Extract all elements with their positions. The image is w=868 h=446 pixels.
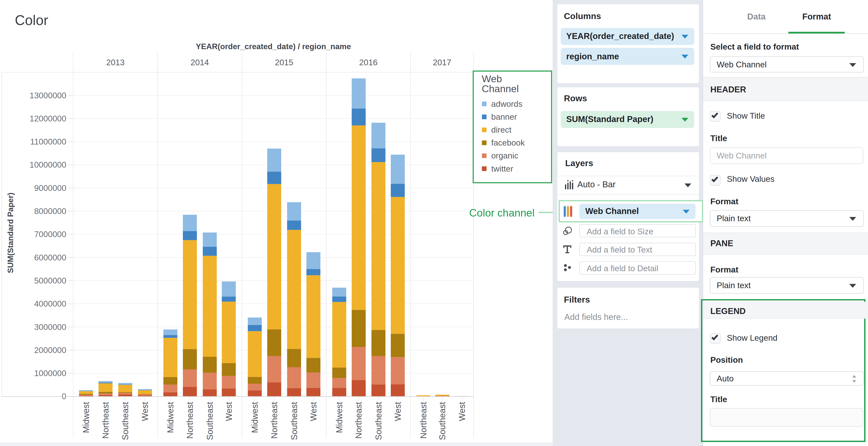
svg-text:West: West [140,402,150,421]
svg-text:organic: organic [491,151,518,160]
svg-text:13000000: 13000000 [29,91,66,100]
svg-text:SUM(Standard Paper): SUM(Standard Paper) [6,193,15,273]
svg-text:7000000: 7000000 [34,230,66,239]
svg-text:Northeast: Northeast [185,402,194,439]
svg-text:Southeast: Southeast [121,402,130,440]
svg-text:Midwest: Midwest [166,402,175,433]
svg-text:5000000: 5000000 [34,276,66,285]
svg-text:West: West [393,402,402,421]
svg-text:Channel: Channel [482,83,519,94]
svg-text:West: West [224,402,234,421]
svg-text:10000000: 10000000 [29,160,66,169]
svg-text:Web: Web [482,73,502,84]
svg-text:4000000: 4000000 [34,299,66,308]
svg-text:direct: direct [491,125,512,134]
svg-text:Southeast: Southeast [438,402,447,440]
svg-text:2000000: 2000000 [34,346,66,355]
svg-text:2013: 2013 [106,58,125,67]
svg-text:facebook: facebook [491,138,525,147]
svg-text:Midwest: Midwest [82,402,91,433]
svg-text:2015: 2015 [275,58,293,67]
svg-text:Midwest: Midwest [250,402,259,433]
svg-text:Northeast: Northeast [101,402,110,439]
svg-text:8000000: 8000000 [34,206,66,216]
svg-text:12000000: 12000000 [29,114,66,123]
svg-text:1000000: 1000000 [34,369,66,378]
svg-text:11000000: 11000000 [30,137,66,146]
svg-text:9000000: 9000000 [34,184,66,193]
svg-text:West: West [457,402,467,421]
svg-text:2017: 2017 [433,58,452,67]
svg-text:3000000: 3000000 [34,322,66,331]
svg-text:2014: 2014 [190,58,209,67]
svg-text:YEAR(order_created_date) / reg: YEAR(order_created_date) / region_name [196,42,351,51]
svg-text:Northeast: Northeast [354,402,363,439]
svg-text:West: West [309,402,318,421]
svg-text:6000000: 6000000 [34,253,66,262]
svg-text:Northeast: Northeast [419,402,428,439]
svg-text:Southeast: Southeast [374,402,383,440]
svg-text:Southeast: Southeast [205,402,214,440]
svg-text:2016: 2016 [359,58,378,67]
svg-text:Northeast: Northeast [270,402,279,439]
svg-text:Midwest: Midwest [335,402,344,433]
svg-text:twitter: twitter [491,164,513,173]
svg-text:banner: banner [491,112,517,121]
svg-text:adwords: adwords [491,99,522,108]
svg-text:Southeast: Southeast [289,402,299,440]
